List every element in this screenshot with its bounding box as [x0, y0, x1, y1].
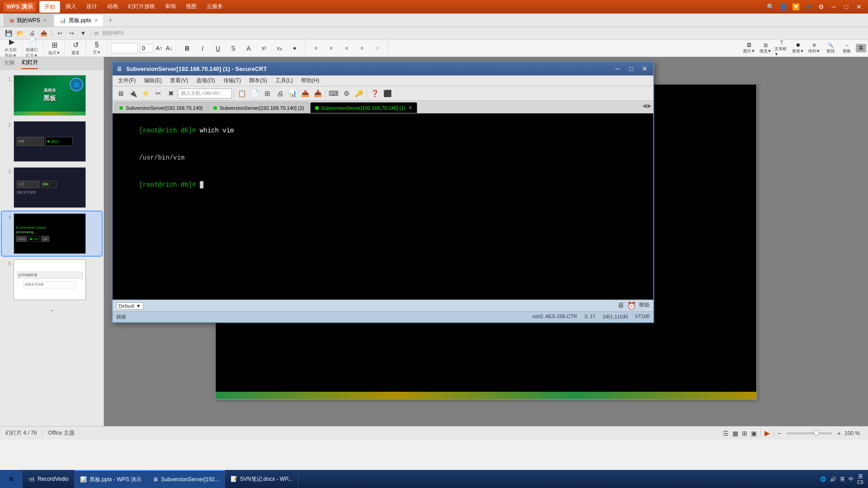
taskbar-item-securecrt[interactable]: 🖥 SubversionServer[192... [147, 470, 225, 488]
toolbar-find[interactable]: ⊞ [261, 88, 273, 99]
font-name-input[interactable] [111, 43, 138, 53]
font-size-input[interactable]: 0 [140, 44, 153, 53]
toolbar-ymodem[interactable]: 📥 [312, 88, 324, 99]
scrt-maximize-btn[interactable]: □ [626, 64, 636, 74]
tray-sound-icon[interactable]: 🔊 [830, 476, 836, 482]
start-from-btn[interactable]: ▶ 从当前开始▼ [5, 41, 19, 56]
align-right-btn[interactable]: ≡ [340, 41, 354, 56]
input-method[interactable]: 英 [856, 44, 866, 52]
menu-view[interactable]: 视图 [181, 1, 201, 13]
subscript-btn[interactable]: x₂ [272, 41, 287, 56]
menu-view[interactable]: 查看(V) [166, 76, 192, 85]
tab-mywps-close[interactable]: ✕ [43, 18, 47, 23]
user-icon[interactable]: 👤 [778, 1, 788, 12]
menu-transfer[interactable]: 传输(T) [220, 76, 245, 85]
outline-view-icon[interactable]: ☰ [723, 430, 729, 437]
panel-tab-outline[interactable]: 大纲 [4, 57, 14, 69]
plus-icon[interactable]: ➕ [803, 1, 814, 12]
arrange-btn[interactable]: ⊛排列▼ [807, 41, 821, 56]
find-btn[interactable]: 🔍查找 [823, 41, 838, 56]
scrt-close-btn[interactable]: ✕ [640, 64, 650, 74]
toolbar-settings[interactable]: ✖ [165, 88, 177, 99]
minimize-icon[interactable]: 🔽 [790, 1, 801, 12]
toolbar-copy[interactable]: 📋 [236, 88, 248, 99]
session-tab-3-close[interactable]: ✕ [408, 105, 412, 111]
start-button[interactable]: ⊞ [0, 470, 23, 488]
session-tab-1[interactable]: SubversionServer[192.168.70.140] [114, 102, 208, 113]
session-tab-2[interactable]: SubversionServer[192.168.70.140] (2) [208, 102, 309, 113]
slide-item-1[interactable]: 1 🌐 高程谷 黑板 [2, 73, 102, 117]
italic-btn[interactable]: I [195, 41, 210, 56]
menu-start[interactable]: 开始 [39, 1, 60, 13]
zoom-thumb[interactable] [814, 430, 819, 436]
menu-slideshow[interactable]: 幻灯片放映 [123, 1, 160, 13]
toolbar-term[interactable]: ⌨ [328, 88, 340, 99]
slide-item-4[interactable]: 4 $ command output processing... cmd1 ▶ … [2, 211, 102, 256]
menu-cloud[interactable]: 云服务 [202, 1, 227, 13]
scrt-minimize-btn[interactable]: ─ [613, 64, 623, 74]
zoom-slider[interactable] [787, 432, 832, 434]
bottom-clock-icon[interactable]: ⏰ [627, 301, 636, 310]
toolbar-key[interactable]: 🔑 [353, 88, 365, 99]
layout-btn[interactable]: ⊞ 版式▼ [47, 41, 61, 56]
taskbar-item-svnnote[interactable]: 📝 SVN笔记.docx - WP... [225, 470, 298, 488]
shadow-btn[interactable]: A [241, 41, 256, 56]
slide-item-2[interactable]: 2 内容 ▶ 执行 [2, 119, 102, 164]
taskbar-item-recordvedio[interactable]: 📹 RecordVedio [23, 470, 75, 488]
tab-next-btn[interactable]: ▶ [647, 103, 651, 109]
toolbar-paste[interactable]: 📄 [249, 88, 260, 99]
tab-blackboard-close[interactable]: ✕ [94, 18, 98, 23]
tray-keyboard-icon[interactable]: 英 [840, 476, 845, 483]
tab-mywps[interactable]: W 我的WPS ✕ [4, 14, 53, 27]
insert-host-input[interactable]: 插入主机 <Alt+R> [178, 89, 232, 99]
strikethrough-btn[interactable]: S [226, 41, 241, 56]
tab-prev-btn[interactable]: ◀ [642, 103, 646, 109]
shape-btn[interactable]: ⬟形状▼ [791, 41, 805, 56]
clear-format-btn[interactable]: ✦ [288, 41, 302, 56]
toolbar-new-session[interactable]: 🖥 [114, 88, 126, 99]
slide-item-5[interactable]: 5 文字内容区域 说明文字内容 [2, 258, 102, 302]
menu-insert[interactable]: 插入 [61, 1, 81, 13]
menu-help[interactable]: 帮助(H) [297, 76, 323, 85]
add-tab-button[interactable]: + [105, 14, 116, 27]
replace-btn[interactable]: ↔替换 [840, 41, 854, 56]
toolbar-extra[interactable]: ⬛ [382, 88, 393, 99]
toolbar-log[interactable]: 📊 [287, 88, 298, 99]
slideshow-btn[interactable]: ▶ [764, 429, 770, 437]
scrt-terminal[interactable]: [root@rich db]# which vim /usr/bin/vim [… [113, 113, 653, 300]
help-label[interactable]: 帮助 [639, 301, 650, 310]
minimize-button[interactable]: ─ [828, 1, 839, 12]
slide-sorter-icon[interactable]: ⊞ [742, 430, 747, 437]
underline-btn[interactable]: U [211, 41, 225, 56]
tray-network-icon[interactable]: 🌐 [820, 476, 826, 482]
taskbar-time[interactable]: 英 CS [857, 473, 863, 485]
menu-edit[interactable]: 编辑(E) [140, 76, 165, 85]
superscript-btn[interactable]: x² [257, 41, 271, 56]
session-tab-3[interactable]: SubversionServer[192.168.70.140] (1) ✕ [310, 102, 418, 113]
zoom-in-btn[interactable]: + [837, 430, 841, 437]
align-left-btn[interactable]: ≡ [309, 41, 323, 56]
font-decrease-btn[interactable]: A↓ [165, 44, 173, 52]
bold-btn[interactable]: B [180, 41, 194, 56]
menu-options[interactable]: 选项(O) [193, 76, 218, 85]
new-slide-btn[interactable]: 📄 新建幻灯片▼ [26, 41, 40, 56]
settings-icon[interactable]: ⚙ [816, 1, 826, 12]
toolbar-xmodem[interactable]: 📤 [299, 88, 311, 99]
menu-review[interactable]: 审阅 [160, 1, 180, 13]
toolbar-sftp[interactable]: ⚙ [340, 88, 352, 99]
toolbar-help[interactable]: ❓ [369, 88, 381, 99]
menu-design[interactable]: 设计 [82, 1, 102, 13]
slide-item-3[interactable]: 3 设置 继续 流程文字说明 [2, 165, 102, 210]
taskbar-item-wps[interactable]: 📊 黑板.pptx - WPS 演示 [75, 470, 147, 488]
section-btn[interactable]: § 节▼ [90, 41, 104, 56]
tray-ime-icon[interactable]: 中 [849, 476, 854, 483]
normal-view-icon[interactable]: ▦ [732, 430, 738, 437]
zoom-out-btn[interactable]: − [778, 430, 781, 437]
fill-btn[interactable]: ▥填充▼ [758, 41, 773, 56]
menu-script[interactable]: 脚本(S) [245, 76, 271, 85]
tab-blackboard[interactable]: 📊 黑板.pptx ✕ [54, 14, 104, 27]
menu-tools[interactable]: 工具(L) [272, 76, 297, 85]
wps-search-icon[interactable]: 🔍 [765, 1, 776, 12]
picture-btn[interactable]: 🖼图片▼ [742, 41, 756, 56]
textbox-btn[interactable]: T文本框▼ [774, 41, 789, 56]
